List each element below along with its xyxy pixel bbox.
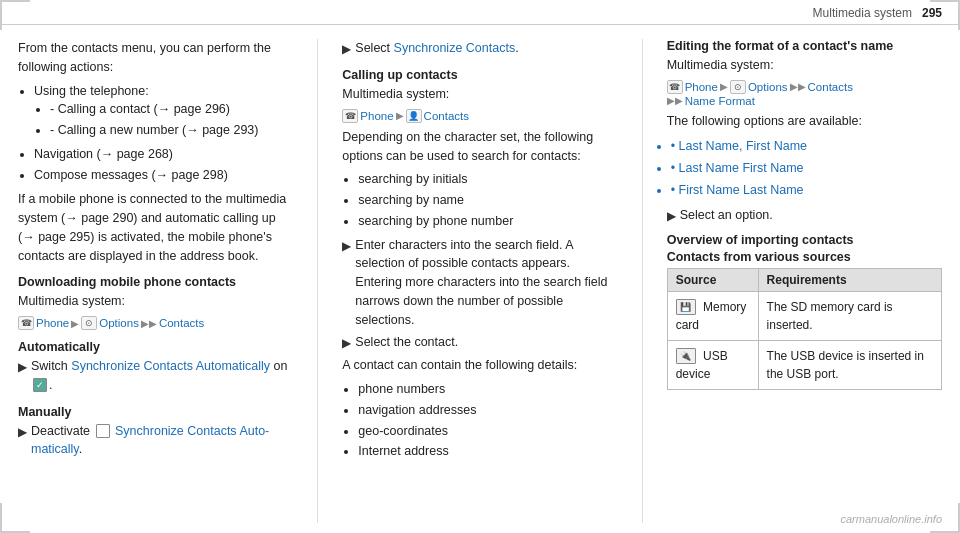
nav-path-mid: ☎ Phone ▶ 👤 Contacts — [342, 109, 617, 123]
options-heading: The following options are available: — [667, 112, 942, 131]
main-list: Using the telephone: Calling a contact (… — [34, 82, 293, 185]
watermark: carmanualonline.info — [840, 513, 942, 525]
search-name: searching by name — [358, 191, 617, 210]
intro-text: From the contacts menu, you can perform … — [18, 39, 293, 77]
detail-geo: geo-coordinates — [358, 422, 617, 441]
deactivate-bullet: ▶ Deactivate Synchronize Contacts Auto-m… — [18, 422, 293, 460]
contacts-icon-mid: 👤 — [406, 109, 422, 123]
telephone-sublist: Calling a contact (→ page 296) Calling a… — [50, 100, 293, 140]
contacts-label-left: Contacts — [159, 317, 204, 329]
manually-heading: Manually — [18, 405, 293, 419]
content-area: From the contacts menu, you can perform … — [0, 25, 960, 533]
search-phone: searching by phone number — [358, 212, 617, 231]
compose-item: Compose messages (→ page 298) — [34, 166, 293, 185]
downloading-heading: Downloading mobile phone contacts — [18, 275, 293, 289]
nav-path-right-2: ▶▶ Name Format — [667, 95, 942, 107]
table-row: 💾 Memory card The SD memory card is inse… — [667, 291, 941, 340]
left-column: From the contacts menu, you can perform … — [18, 39, 293, 523]
col-requirements: Requirements — [758, 268, 941, 291]
detail-list: phone numbers navigation addresses geo-c… — [358, 380, 617, 461]
option-firstname-lastname: First Name Last Name — [671, 180, 942, 200]
phone-label-left: Phone — [36, 317, 69, 329]
check-icon — [96, 424, 110, 438]
name-format-options: Last Name, First Name Last Name First Na… — [671, 136, 942, 200]
phone-label-mid: Phone — [360, 110, 393, 122]
sync-auto-link: Synchronize Contacts Automatically — [71, 359, 270, 373]
option-lastname-firstname: Last Name First Name — [671, 158, 942, 178]
usb-icon: 🔌 — [676, 348, 696, 364]
arrow-icon-switch: ▶ — [18, 358, 27, 376]
enter-chars-bullet: ▶ Enter characters into the search field… — [342, 236, 617, 330]
divider2 — [642, 39, 643, 523]
phone-icon-left: ☎ — [18, 316, 34, 330]
calling-number-item: Calling a new number (→ page 293) — [50, 121, 293, 140]
phone-icon-mid: ☎ — [342, 109, 358, 123]
search-options-list: searching by initials searching by name … — [358, 170, 617, 230]
arrow-icon-option: ▶ — [667, 207, 676, 225]
select-sync-bullet: ▶ Select Synchronize Contacts. — [342, 39, 617, 58]
middle-column: ▶ Select Synchronize Contacts. Calling u… — [342, 39, 617, 523]
name-format-label: Name Format — [685, 95, 755, 107]
calling-contact-item: Calling a contact (→ page 296) — [50, 100, 293, 119]
automatically-heading: Automatically — [18, 340, 293, 354]
multimedia-label-mid: Multimedia system: — [342, 85, 617, 104]
multimedia-label-right: Multimedia system: — [667, 56, 942, 75]
multimedia-label-left: Multimedia system: — [18, 292, 293, 311]
select-option-bullet: ▶ Select an option. — [667, 206, 942, 225]
section-title: Multimedia system — [813, 6, 912, 20]
corner-decoration-tl — [0, 0, 30, 30]
options-label-right: Options — [748, 81, 788, 93]
mobile-para: If a mobile phone is connected to the mu… — [18, 190, 293, 265]
phone-label-right: Phone — [685, 81, 718, 93]
nav-path-right: ☎ Phone ▶ ⊙ Options ▶▶ Contacts — [667, 80, 942, 94]
char-set-para: Depending on the character set, the foll… — [342, 128, 617, 166]
editing-heading: Editing the format of a contact's name — [667, 39, 942, 53]
detail-internet: Internet address — [358, 442, 617, 461]
phone-icon-right: ☎ — [667, 80, 683, 94]
tick-icon: ✓ — [33, 378, 47, 392]
detail-phone: phone numbers — [358, 380, 617, 399]
calling-heading: Calling up contacts — [342, 68, 617, 82]
detail-nav: navigation addresses — [358, 401, 617, 420]
memory-card-icon: 💾 — [676, 299, 696, 315]
switch-bullet: ▶ Switch Synchronize Contacts Automatica… — [18, 357, 293, 395]
options-label-left: Options — [99, 317, 139, 329]
req-usb: The USB device is inserted in the USB po… — [758, 340, 941, 389]
overview-heading: Overview of importing contacts — [667, 233, 942, 247]
using-telephone-item: Using the telephone: Calling a contact (… — [34, 82, 293, 140]
source-memory: 💾 Memory card — [667, 291, 758, 340]
nav-path-left: ☎ Phone ▶ ⊙ Options ▶▶ Contacts — [18, 316, 293, 330]
table-row: 🔌 USB device The USB device is inserted … — [667, 340, 941, 389]
req-memory: The SD memory card is inserted. — [758, 291, 941, 340]
arrow-icon-select-contact: ▶ — [342, 334, 351, 352]
col-source: Source — [667, 268, 758, 291]
sources-heading: Contacts from various sources — [667, 250, 942, 264]
options-icon-left: ⊙ — [81, 316, 97, 330]
arrow-icon-select: ▶ — [342, 40, 351, 58]
arrow-icon-enter: ▶ — [342, 237, 351, 255]
corner-decoration-bl — [0, 503, 30, 533]
select-contact-bullet: ▶ Select the contact. — [342, 333, 617, 352]
option-lastname-firstname-comma: Last Name, First Name — [671, 136, 942, 156]
downloading-section: Downloading mobile phone contacts Multim… — [18, 275, 293, 459]
arrow-icon-deactivate: ▶ — [18, 423, 27, 441]
search-initials: searching by initials — [358, 170, 617, 189]
corner-decoration-tr — [930, 0, 960, 30]
options-icon-right: ⊙ — [730, 80, 746, 94]
header-bar: Multimedia system 295 — [0, 0, 960, 25]
divider — [317, 39, 318, 523]
sync-contacts-link: Synchronize Contacts — [394, 41, 516, 55]
contacts-label-right: Contacts — [808, 81, 853, 93]
source-usb: 🔌 USB device — [667, 340, 758, 389]
contact-details-para: A contact can contain the following deta… — [342, 356, 617, 375]
contacts-table: Source Requirements 💾 Memory card The SD… — [667, 268, 942, 390]
navigation-item: Navigation (→ page 268) — [34, 145, 293, 164]
contacts-label-mid: Contacts — [424, 110, 469, 122]
right-column: Editing the format of a contact's name M… — [667, 39, 942, 523]
